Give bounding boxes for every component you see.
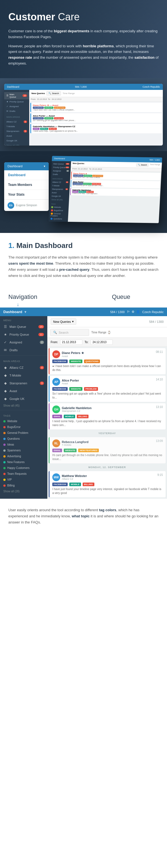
- questions-tag-label: Questions: [7, 437, 20, 440]
- sidebar-tag-vip[interactable]: VIP: [0, 477, 47, 483]
- preview-sidebar-tmobile[interactable]: T-Mobile: [4, 124, 29, 129]
- query-top-alice: AP Alice Porter Avast 14:10: [52, 378, 163, 386]
- query-item-diane[interactable]: DP Diane Peters ★ Avast 08:11 FACEBOOK W…: [49, 348, 166, 374]
- query-name-diane: Diane Peters ★: [62, 351, 84, 355]
- query-time-rebecca: 13:09: [156, 439, 163, 442]
- from-label: From:: [51, 341, 58, 344]
- sidebar-item-assigned[interactable]: ✓ Assigned 2: [0, 338, 47, 346]
- preview-query-gabrielle[interactable]: Gabrielle Hambleton — Staropramen CZ EMA…: [30, 124, 162, 133]
- user-icon[interactable]: 👤: [136, 310, 140, 314]
- nav-popup-dashboard[interactable]: Dashboard: [4, 170, 49, 180]
- preview-sidebar-staro[interactable]: Staropramen3: [4, 129, 29, 133]
- priority-queue-label: Priority Queue: [9, 333, 29, 336]
- tag-mobile-matthew: MOBILE: [69, 483, 81, 486]
- sidebar-item-allianz[interactable]: ◆ Allianz CZ 4: [0, 364, 47, 372]
- sidebar-showall-areas[interactable]: Show all (45): [0, 403, 47, 408]
- query-text-rebecca: Hi cant get through on the t-mobile phon…: [52, 453, 163, 461]
- sidebar-item-main-queue[interactable]: ☰ Main Queue 15: [0, 323, 47, 331]
- sidebar-tag-general[interactable]: General Problem: [0, 430, 47, 436]
- preview-counter: 584 / 1300: [75, 86, 87, 88]
- preview-sidebar-allianz[interactable]: Allianz CZ4: [4, 119, 29, 124]
- nav-popup-your-stats[interactable]: Your Stats: [4, 190, 49, 199]
- sidebar-tag-happy-customers[interactable]: Happy Customers: [0, 465, 47, 471]
- query-info-rebecca: Rebecca Langford T-Mobile: [62, 440, 89, 446]
- bugs-tag-label: Bugs/Error: [7, 426, 21, 429]
- preview-sidebar-googleuk[interactable]: Google UK: [4, 138, 29, 143]
- sidebar-tag-advertising[interactable]: Advertising: [0, 453, 47, 459]
- gear-icon[interactable]: ⚙: [132, 310, 134, 314]
- preview-sidebar-showall[interactable]: Show all (45): [4, 143, 29, 146]
- query-item-matthew[interactable]: MW Matthew Webster Allianz CZ 9:15 FACEB…: [49, 471, 166, 497]
- preview-query-list: Diane Peters ★ — Avast FACEBOOKWEBSITEQU…: [29, 101, 163, 134]
- sidebar-tag-team-requests[interactable]: Team Requests: [0, 471, 47, 477]
- sidebar-item-staropramen[interactable]: ◆ Staropramen 3: [0, 379, 47, 387]
- tags-label: TAGS: [0, 412, 47, 418]
- db-topbar-chevron[interactable]: ▾: [25, 310, 26, 314]
- db-sidebar: MENU ☰ Main Queue 15 ★ Priority Queue 11…: [0, 316, 47, 499]
- preview-search[interactable]: 🔍 Search: [46, 91, 61, 95]
- 3d-main: New Queries 🔍 Search Time Range From: 21…: [68, 161, 162, 223]
- new-queries-dropdown[interactable]: New Queries ▾: [51, 318, 76, 325]
- sidebar-item-drafts[interactable]: ✉ Drafts: [0, 346, 47, 354]
- preview-sidebar-priority[interactable]: ★Priority Queue: [4, 99, 29, 104]
- tag-billing-matthew: BILLING: [83, 483, 94, 486]
- query-item-alice[interactable]: AP Alice Porter Avast 14:10 FACEBOOK WEB…: [49, 376, 166, 402]
- search-input[interactable]: 🔍 Search: [50, 329, 89, 336]
- query-info-gabrielle: Gabrielle Hambleton Staropramen CZ: [62, 406, 92, 412]
- assigned-badge: 2: [40, 341, 44, 344]
- drafts-icon: ✉: [3, 348, 7, 352]
- query-tags-diane: FACEBOOK WEBSITE QUESTIONS: [52, 359, 163, 363]
- queue-label: Queue: [84, 293, 159, 301]
- preview-main-header: New Queries 🔍 Search Time Range: [29, 90, 163, 97]
- 3d-sidebar: Main Queue15 Priority Queue11 Assigned2 …: [49, 161, 71, 221]
- sidebar-tag-ideas[interactable]: Ideas: [0, 442, 47, 447]
- hero-para2: However, people are often forced to work…: [8, 43, 159, 66]
- sidebar-tag-website[interactable]: Website: [0, 418, 47, 424]
- sidebar-tag-billing[interactable]: Billing: [0, 483, 47, 488]
- vip-tag-label: VIP: [7, 478, 12, 481]
- preview-time-range[interactable]: Time Range: [63, 92, 75, 95]
- preview-query-alice[interactable]: Alice Porter — Avast FACEBOOKWEBSITEPROB…: [30, 113, 162, 123]
- query-item-gabrielle[interactable]: GH Gabrielle Hambleton Staropramen CZ 13…: [49, 403, 166, 429]
- tag-newfeatures-rebecca: NEW FEATURES: [78, 448, 99, 452]
- dashboard-preview-card: Dashboard 584 / 1300 Czech Republic ☰Mai…: [4, 84, 163, 146]
- sidebar-tag-new-features[interactable]: New Features: [0, 459, 47, 465]
- tag-problem-alice: PROBLEM: [84, 387, 98, 391]
- nav-col: Navigation ↓: [8, 293, 84, 308]
- sidebar-item-priority-queue[interactable]: ★ Priority Queue 11: [0, 331, 47, 338]
- sidebar-item-google-uk[interactable]: ◆ Google UK: [0, 395, 47, 403]
- query-item-rebecca[interactable]: RL Rebecca Langford T-Mobile 13:09 EMAIL…: [49, 437, 166, 463]
- allianz-label: Allianz CZ: [9, 366, 23, 369]
- sidebar-tag-spammers[interactable]: Spammers: [0, 447, 47, 453]
- nav-queue-row: Navigation ↓ Queue: [8, 293, 159, 308]
- heading-title: Main Dashboard: [16, 241, 73, 250]
- sidebar-tag-bugs[interactable]: Bugs/Error: [0, 424, 47, 430]
- preview-sidebar-assigned[interactable]: ✓Assigned: [4, 104, 29, 109]
- preview-query-diane[interactable]: Diane Peters ★ — Avast FACEBOOKWEBSITEQU…: [30, 103, 162, 112]
- sidebar-tag-questions[interactable]: Questions: [0, 436, 47, 442]
- to-label: To:: [85, 341, 88, 344]
- preview-sidebar-avast[interactable]: Avast: [4, 133, 29, 138]
- from-date-input[interactable]: [60, 340, 82, 345]
- query-time-gabrielle: 13:10: [156, 405, 163, 408]
- to-date-input[interactable]: [91, 340, 113, 345]
- tag-website-rebecca: WEBSITE: [64, 448, 76, 452]
- sidebar-showall-tags[interactable]: Show all (28): [0, 488, 47, 494]
- tag-facebook-alice: FACEBOOK: [52, 387, 68, 391]
- main-queue-icon: ☰: [3, 325, 7, 329]
- section-divider-monday: MONDAY, 12. SEPTEMBER: [47, 465, 167, 470]
- avast-label: Avast: [9, 389, 17, 393]
- db-filter-row: From: To:: [47, 338, 167, 347]
- priority-queue-icon: ★: [3, 333, 7, 337]
- nav-popup-team-members[interactable]: Team Members: [4, 180, 49, 190]
- query-text-matthew: I have just found your timeline page ver…: [52, 487, 163, 495]
- db-topbar-right: 584 / 1300 🏳 ⚙ 👤 Czech Republic: [110, 310, 164, 314]
- db-topbar: Dashboard ▾ 584 / 1300 🏳 ⚙ 👤 Czech Repub…: [0, 308, 167, 316]
- sidebar-item-avast[interactable]: ◆ Avast: [0, 387, 47, 395]
- tag-mobile-gabrielle: MOBILE: [64, 415, 75, 418]
- preview-sidebar-main-queue[interactable]: ☰Main Queue15: [4, 92, 29, 99]
- query-company-matthew: Allianz CZ: [62, 477, 87, 480]
- query-user-gabrielle: GH Gabrielle Hambleton Staropramen CZ: [52, 405, 92, 413]
- sidebar-item-tmobile[interactable]: ◆ T-Mobile: [0, 372, 47, 379]
- preview-sidebar-drafts[interactable]: ✉Drafts: [4, 109, 29, 114]
